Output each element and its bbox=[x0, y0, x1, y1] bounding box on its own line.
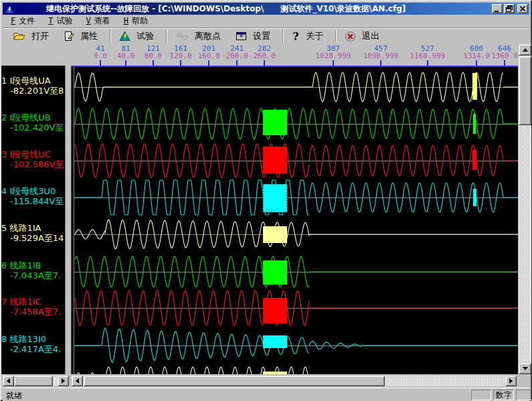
channel-name: 3 I段母线UC bbox=[1, 149, 51, 159]
channel-name: 1 I段母线UA bbox=[1, 76, 51, 86]
waveform-trace-ch3 bbox=[75, 144, 518, 177]
toolbar-button-test[interactable]: 试验 bbox=[114, 29, 163, 44]
channel-range: -7.458A至7. bbox=[1, 307, 65, 317]
toolbar-button-label: 退出 bbox=[362, 30, 379, 42]
vertical-scroll-thumb[interactable] bbox=[519, 56, 531, 125]
ruler-tickmark bbox=[100, 60, 101, 66]
fault-marker-ch4[interactable] bbox=[263, 184, 287, 212]
channel-label-8[interactable]: 8 线路13I0-2.417A至4. bbox=[1, 334, 65, 354]
toolbar-button-open-folder[interactable]: 打开 bbox=[8, 29, 58, 44]
scroll-down-button[interactable] bbox=[519, 363, 531, 374]
exit-icon bbox=[345, 31, 356, 42]
ruler-tickmark bbox=[476, 60, 477, 66]
app-window: 继电保护测试系统--故障回放 - [C:\WINDOWS\Desktop\ 测试… bbox=[0, 0, 532, 401]
channel-range: -9.529A至14 bbox=[1, 233, 65, 243]
panel-scroll-thumb[interactable] bbox=[14, 376, 53, 386]
ruler-tickmark bbox=[333, 60, 334, 66]
fault-marker-ch2[interactable] bbox=[263, 110, 287, 135]
channel-label-3[interactable]: 3 I段母线UC-102.586V至 bbox=[1, 149, 65, 169]
toolbar-button-about[interactable]: ?关于 bbox=[286, 29, 333, 44]
toolbar-separator bbox=[110, 30, 111, 42]
channel-label-7[interactable]: 7 线路1IC-7.458A至7. bbox=[1, 297, 65, 317]
properties-icon bbox=[64, 31, 74, 42]
vertical-scrollbar[interactable] bbox=[518, 44, 532, 374]
ruler-time-label: 260.0 bbox=[241, 52, 288, 60]
toolbar-button-properties[interactable]: 属性 bbox=[58, 29, 107, 44]
channel-label-panel: 1 I段母线UA-82.201V至82 I段母线UB-102.420V至3 I段… bbox=[1, 66, 65, 374]
channel-name: 2 I段母线UB bbox=[1, 112, 51, 123]
minimize-button[interactable] bbox=[492, 4, 503, 13]
fault-marker-ch9[interactable] bbox=[263, 372, 287, 374]
channel-label-1[interactable]: 1 I段母线UA-82.201V至8 bbox=[1, 76, 65, 96]
time-ruler: 410.08140.012180.0161120.0201160.0241200… bbox=[72, 44, 518, 66]
toolbar-button-label: 设置 bbox=[253, 30, 270, 42]
channel-range: -102.420V至 bbox=[1, 123, 65, 133]
window-title: 继电保护测试系统--故障回放 - [C:\WINDOWS\Desktop\ 测试… bbox=[46, 3, 492, 15]
ruler-tickmark bbox=[264, 60, 265, 66]
ruler-time-label: 1028.999 bbox=[310, 52, 357, 60]
ruler-tickmark bbox=[153, 60, 154, 66]
restore-button[interactable] bbox=[504, 4, 515, 13]
toolbar-separator bbox=[282, 30, 284, 42]
discrete-point-icon bbox=[175, 31, 189, 42]
channel-label-6[interactable]: 6 线路1IB-7.043A至7. bbox=[1, 260, 65, 280]
fault-marker-ch6[interactable] bbox=[263, 260, 287, 285]
restore-icon bbox=[505, 5, 513, 13]
channel-label-4[interactable]: 4 I段母线3U0-115.844V至 bbox=[1, 186, 65, 206]
status-bar: 就绪 数字 bbox=[3, 388, 529, 401]
ruler-time-label: 1168.999 bbox=[404, 52, 451, 60]
waveform-trace-ch8 bbox=[75, 328, 518, 362]
menu-item-F[interactable]: F文件 bbox=[7, 14, 41, 28]
panel-scroll-left-button[interactable] bbox=[3, 376, 14, 386]
settings-icon: * bbox=[236, 31, 247, 42]
panel-splitter[interactable] bbox=[65, 66, 72, 374]
menu-key: V bbox=[86, 16, 90, 25]
title-bar[interactable]: 继电保护测试系统--故障回放 - [C:\WINDOWS\Desktop\ 测试… bbox=[3, 3, 529, 15]
ruler-tickmark bbox=[427, 60, 428, 66]
arrow-up-icon bbox=[523, 46, 528, 52]
panel-scroll-right-button[interactable] bbox=[58, 376, 69, 386]
scroll-up-button[interactable] bbox=[519, 44, 531, 56]
ruler-tickmark bbox=[236, 60, 238, 66]
waveform-trace-ch6 bbox=[75, 256, 518, 287]
minimize-icon bbox=[495, 11, 499, 12]
channel-range: -82.201V至8 bbox=[1, 86, 65, 96]
waveform-area[interactable] bbox=[72, 67, 518, 374]
toolbar-button-label: 试验 bbox=[137, 30, 154, 42]
panel-horizontal-scrollbar[interactable] bbox=[3, 375, 69, 387]
cursor-marker-ch2[interactable] bbox=[473, 114, 476, 134]
fault-marker-ch3[interactable] bbox=[263, 147, 287, 173]
svg-text:?: ? bbox=[292, 31, 298, 42]
channel-name: 4 I段母线3U0 bbox=[1, 186, 56, 196]
toolbar-button-label: 关于 bbox=[306, 30, 323, 42]
fault-marker-ch5[interactable] bbox=[263, 226, 287, 243]
channel-label-2[interactable]: 2 I段母线UB-102.420V至 bbox=[1, 112, 65, 133]
cursor-marker-ch4[interactable] bbox=[473, 189, 476, 206]
ruler-tickmark bbox=[380, 60, 381, 66]
waveform-horizontal-scrollbar[interactable] bbox=[72, 375, 517, 387]
ruler-tick-group: 4571098.999 bbox=[357, 45, 404, 60]
fault-marker-ch8[interactable] bbox=[263, 335, 287, 348]
toolbar-button-label: 打开 bbox=[31, 30, 49, 42]
scroll-left-button[interactable] bbox=[72, 376, 83, 386]
close-button[interactable] bbox=[517, 4, 528, 13]
menu-label: 文件 bbox=[19, 16, 35, 25]
menu-item-V[interactable]: V查看 bbox=[82, 14, 116, 28]
menu-key: T bbox=[48, 16, 53, 25]
ruler-tick-group: 6461360.0 bbox=[481, 45, 518, 60]
fault-marker-ch7[interactable] bbox=[263, 298, 287, 323]
waveform-scroll-thumb[interactable] bbox=[84, 376, 385, 386]
toolbar: 打开属性试验离散点*设置?关于退出 bbox=[3, 27, 529, 44]
cursor-marker-ch1[interactable] bbox=[472, 73, 477, 100]
menu-item-H[interactable]: H帮助 bbox=[120, 14, 155, 28]
toolbar-button-discrete-point[interactable]: 离散点 bbox=[170, 29, 230, 44]
menu-bar: F文件T试验V查看H帮助 bbox=[3, 15, 529, 27]
menu-label: 帮助 bbox=[132, 16, 148, 25]
toolbar-button-exit[interactable]: 退出 bbox=[339, 29, 389, 44]
channel-label-5[interactable]: 5 线路1IA-9.529A至14 bbox=[1, 223, 65, 243]
cursor-marker-ch3[interactable] bbox=[472, 150, 476, 170]
toolbar-button-settings[interactable]: *设置 bbox=[230, 29, 280, 44]
menu-item-T[interactable]: T试验 bbox=[44, 14, 79, 28]
arrow-right-icon bbox=[62, 378, 68, 384]
scroll-right-button[interactable] bbox=[505, 376, 517, 386]
